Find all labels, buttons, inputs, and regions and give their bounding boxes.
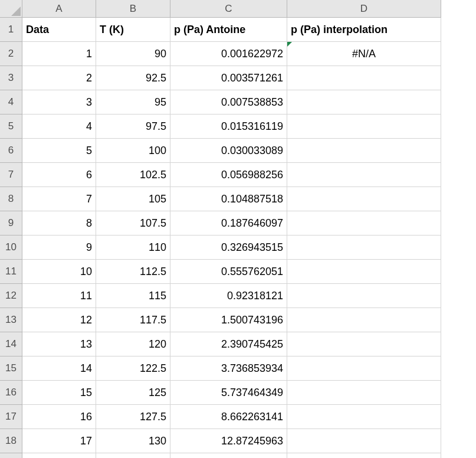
cell-B10[interactable]: 110 (96, 235, 170, 260)
cell-D17[interactable] (287, 405, 441, 429)
cell-A2[interactable]: 1 (22, 42, 96, 66)
cell-D10[interactable] (287, 235, 441, 260)
cell-D11[interactable] (287, 260, 441, 284)
cell-C8[interactable]: 0.104887518 (170, 187, 287, 211)
cell-B7[interactable]: 102.5 (96, 163, 170, 187)
cell-A14[interactable]: 13 (22, 332, 96, 356)
row-header-16[interactable]: 16 (0, 381, 22, 405)
cell-D9[interactable] (287, 211, 441, 235)
cell-D1[interactable]: p (Pa) interpolation (287, 18, 441, 42)
cell-B16[interactable]: 125 (96, 381, 170, 405)
cell-C7[interactable]: 0.056988256 (170, 163, 287, 187)
cell-A18[interactable]: 17 (22, 429, 96, 453)
cell-A9[interactable]: 8 (22, 211, 96, 235)
cell-D4[interactable] (287, 90, 441, 114)
cell-C11[interactable]: 0.555762051 (170, 260, 287, 284)
cell-B17[interactable]: 127.5 (96, 405, 170, 429)
row-header-12[interactable]: 12 (0, 284, 22, 308)
row-header-17[interactable]: 17 (0, 405, 22, 429)
cell-D3[interactable] (287, 66, 441, 90)
cell-A12[interactable]: 11 (22, 284, 96, 308)
row-header-11[interactable]: 11 (0, 260, 22, 284)
cell-C16[interactable]: 5.737464349 (170, 381, 287, 405)
row-header-15[interactable]: 15 (0, 356, 22, 381)
cell-A15[interactable]: 14 (22, 356, 96, 381)
cell-C5[interactable]: 0.015316119 (170, 114, 287, 139)
select-all-corner[interactable] (0, 0, 22, 18)
cell-B3[interactable]: 92.5 (96, 66, 170, 90)
cell-A13[interactable]: 12 (22, 308, 96, 332)
cell-D13[interactable] (287, 308, 441, 332)
cell-D14[interactable] (287, 332, 441, 356)
cell-C10[interactable]: 0.326943515 (170, 235, 287, 260)
cell-A3[interactable]: 2 (22, 66, 96, 90)
row-header-4[interactable]: 4 (0, 90, 22, 114)
cell-C4[interactable]: 0.007538853 (170, 90, 287, 114)
row-header-3[interactable]: 3 (0, 66, 22, 90)
row-header-19[interactable]: 19 (0, 453, 22, 458)
col-header-A[interactable]: A (22, 0, 96, 18)
cell-B12[interactable]: 115 (96, 284, 170, 308)
cell-D12[interactable] (287, 284, 441, 308)
cell-C1[interactable]: p (Pa) Antoine (170, 18, 287, 42)
cell-A17[interactable]: 16 (22, 405, 96, 429)
cell-A16[interactable]: 15 (22, 381, 96, 405)
cell-D19[interactable] (287, 453, 441, 458)
cell-B15[interactable]: 122.5 (96, 356, 170, 381)
cell-B2[interactable]: 90 (96, 42, 170, 66)
cell-C3[interactable]: 0.003571261 (170, 66, 287, 90)
cell-C13[interactable]: 1.500743196 (170, 308, 287, 332)
cell-A19[interactable] (22, 453, 96, 458)
cell-B1[interactable]: T (K) (96, 18, 170, 42)
cell-A6[interactable]: 5 (22, 139, 96, 163)
cell-A4[interactable]: 3 (22, 90, 96, 114)
cell-B8[interactable]: 105 (96, 187, 170, 211)
col-header-C[interactable]: C (170, 0, 287, 18)
cell-D6[interactable] (287, 139, 441, 163)
row-header-8[interactable]: 8 (0, 187, 22, 211)
cell-B6[interactable]: 100 (96, 139, 170, 163)
cell-D2[interactable]: #N/A (287, 42, 441, 66)
cell-C18[interactable]: 12.87245963 (170, 429, 287, 453)
cell-A10[interactable]: 9 (22, 235, 96, 260)
cell-D5[interactable] (287, 114, 441, 139)
row-header-1[interactable]: 1 (0, 18, 22, 42)
cell-B19[interactable] (96, 453, 170, 458)
row-header-14[interactable]: 14 (0, 332, 22, 356)
cell-A1[interactable]: Data (22, 18, 96, 42)
cell-C19[interactable] (170, 453, 287, 458)
cell-B14[interactable]: 120 (96, 332, 170, 356)
row-header-9[interactable]: 9 (0, 211, 22, 235)
row-header-13[interactable]: 13 (0, 308, 22, 332)
row-header-6[interactable]: 6 (0, 139, 22, 163)
cell-C14[interactable]: 2.390745425 (170, 332, 287, 356)
cell-C15[interactable]: 3.736853934 (170, 356, 287, 381)
cell-A5[interactable]: 4 (22, 114, 96, 139)
cell-D18[interactable] (287, 429, 441, 453)
col-header-D[interactable]: D (287, 0, 441, 18)
cell-C2[interactable]: 0.001622972 (170, 42, 287, 66)
cell-D16[interactable] (287, 381, 441, 405)
cell-A7[interactable]: 6 (22, 163, 96, 187)
cell-A8[interactable]: 7 (22, 187, 96, 211)
row-header-18[interactable]: 18 (0, 429, 22, 453)
row-header-2[interactable]: 2 (0, 42, 22, 66)
row-header-7[interactable]: 7 (0, 163, 22, 187)
cell-B4[interactable]: 95 (96, 90, 170, 114)
cell-D7[interactable] (287, 163, 441, 187)
cell-D8[interactable] (287, 187, 441, 211)
cell-B5[interactable]: 97.5 (96, 114, 170, 139)
cell-B11[interactable]: 112.5 (96, 260, 170, 284)
cell-C17[interactable]: 8.662263141 (170, 405, 287, 429)
cell-A11[interactable]: 10 (22, 260, 96, 284)
cell-B13[interactable]: 117.5 (96, 308, 170, 332)
cell-D15[interactable] (287, 356, 441, 381)
cell-B18[interactable]: 130 (96, 429, 170, 453)
cell-C12[interactable]: 0.92318121 (170, 284, 287, 308)
row-header-5[interactable]: 5 (0, 114, 22, 139)
cell-C9[interactable]: 0.187646097 (170, 211, 287, 235)
cell-B9[interactable]: 107.5 (96, 211, 170, 235)
row-header-10[interactable]: 10 (0, 235, 22, 260)
cell-C6[interactable]: 0.030033089 (170, 139, 287, 163)
col-header-B[interactable]: B (96, 0, 170, 18)
